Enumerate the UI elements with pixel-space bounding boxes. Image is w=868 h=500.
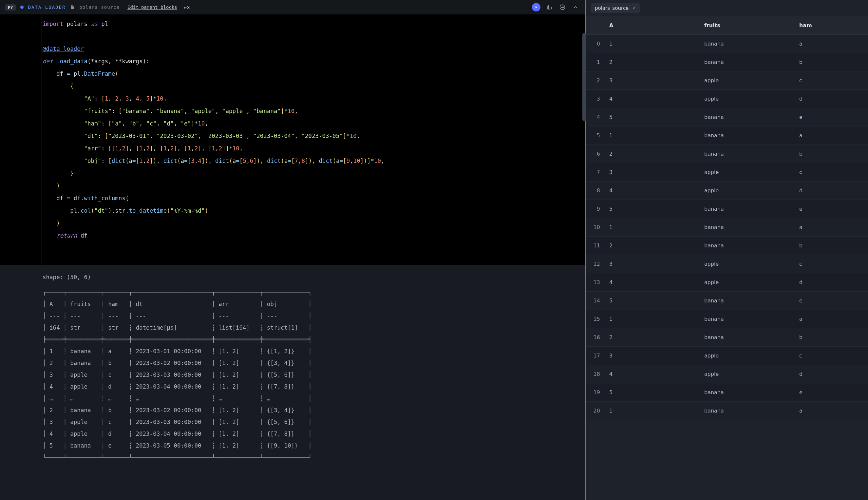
cell-fruits: banana <box>699 145 795 163</box>
code-editor[interactable]: import polars as pl @data_loader def loa… <box>0 14 585 265</box>
chevron-up-button[interactable] <box>571 3 580 11</box>
language-badge: PY <box>5 4 16 11</box>
cell-fruits: apple <box>699 346 795 365</box>
row-index: 8 <box>586 182 605 200</box>
cell-A: 4 <box>605 273 699 291</box>
table-row[interactable]: 51bananaa <box>586 126 868 145</box>
chart-button[interactable] <box>545 3 554 11</box>
row-index: 15 <box>586 310 605 328</box>
cell-ham: c <box>795 71 868 89</box>
cell-fruits: banana <box>699 35 795 53</box>
edit-parent-link[interactable]: Edit parent blocks <box>127 4 177 10</box>
cell-A: 4 <box>605 365 699 383</box>
table-row[interactable]: 195bananae <box>586 383 868 402</box>
cell-A: 2 <box>605 237 699 254</box>
table-row[interactable]: 112bananab <box>586 237 868 255</box>
row-index: 9 <box>586 200 605 218</box>
cell-A: 1 <box>605 218 699 236</box>
preview-tab[interactable]: polars_source <box>591 3 640 13</box>
cell-A: 5 <box>605 200 699 218</box>
chevron-up-icon <box>572 4 578 10</box>
table-row[interactable]: 01bananaa <box>586 35 868 53</box>
table-row[interactable]: 201bananaa <box>586 402 868 420</box>
table-row[interactable]: 45bananae <box>586 108 868 126</box>
code-content: import polars as pl @data_loader def loa… <box>0 14 585 242</box>
table-row[interactable]: 173applec <box>586 346 868 365</box>
preview-tab-label: polars_source <box>595 5 628 11</box>
svg-point-1 <box>561 7 562 8</box>
cell-A: 2 <box>605 328 699 346</box>
table-row[interactable]: 73applec <box>586 163 868 182</box>
more-button[interactable] <box>558 3 567 11</box>
cell-A: 2 <box>605 145 699 163</box>
row-index: 13 <box>586 273 605 291</box>
close-arrows-icon[interactable]: ←× <box>184 4 190 11</box>
table-row[interactable]: 123applec <box>586 255 868 273</box>
cell-ham: e <box>795 108 868 126</box>
cell-ham: c <box>795 163 868 181</box>
row-index: 17 <box>586 346 605 365</box>
preview-pane: polars_source A fruits ham 01bananaa12ba… <box>585 0 868 500</box>
row-index: 12 <box>586 255 605 273</box>
block-name: polars_source <box>79 4 119 10</box>
table-row[interactable]: 84appled <box>586 182 868 200</box>
col-header-A[interactable]: A <box>605 16 699 34</box>
cell-A: 5 <box>605 108 699 126</box>
cell-fruits: banana <box>699 108 795 126</box>
chart-icon <box>546 4 552 10</box>
row-index: 6 <box>586 145 605 163</box>
col-header-fruits[interactable]: fruits <box>699 16 795 34</box>
cell-ham: d <box>795 182 868 200</box>
row-index: 5 <box>586 126 605 145</box>
editor-scrollbar[interactable] <box>582 33 586 121</box>
more-horizontal-icon <box>559 4 566 11</box>
cell-fruits: banana <box>699 237 795 254</box>
table-row[interactable]: 145bananae <box>586 292 868 310</box>
output-panel: shape: (50, 6) ┌─────┬──────────┬───────… <box>0 265 585 500</box>
table-row[interactable]: 95bananae <box>586 200 868 218</box>
table-row[interactable]: 134appled <box>586 273 868 292</box>
cell-fruits: apple <box>699 255 795 273</box>
cell-fruits: banana <box>699 310 795 328</box>
index-header <box>586 16 605 34</box>
table-row[interactable]: 101bananaa <box>586 218 868 237</box>
cell-A: 3 <box>605 255 699 273</box>
run-button[interactable] <box>532 3 541 11</box>
cell-ham: b <box>795 145 868 163</box>
cell-A: 3 <box>605 346 699 365</box>
row-index: 1 <box>586 53 605 71</box>
cell-ham: e <box>795 200 868 218</box>
cell-fruits: banana <box>699 218 795 236</box>
cell-A: 1 <box>605 402 699 420</box>
cell-fruits: banana <box>699 53 795 71</box>
cell-ham: d <box>795 273 868 291</box>
cell-fruits: apple <box>699 90 795 108</box>
cell-ham: a <box>795 310 868 328</box>
cell-A: 3 <box>605 71 699 89</box>
cell-A: 1 <box>605 310 699 328</box>
table-row[interactable]: 62bananab <box>586 145 868 163</box>
cell-A: 5 <box>605 292 699 310</box>
cell-fruits: apple <box>699 273 795 291</box>
cell-A: 4 <box>605 90 699 108</box>
cell-fruits: banana <box>699 402 795 420</box>
cell-ham: c <box>795 255 868 273</box>
table-row[interactable]: 34appled <box>586 90 868 108</box>
editor-pane: PY DATA LOADER polars_source Edit parent… <box>0 0 585 500</box>
cell-ham: b <box>795 328 868 346</box>
file-icon <box>70 5 75 10</box>
table-row[interactable]: 151bananaa <box>586 310 868 328</box>
cell-ham: a <box>795 126 868 145</box>
cell-ham: d <box>795 90 868 108</box>
data-table[interactable]: A fruits ham 01bananaa12bananab23applec3… <box>586 16 868 500</box>
table-row[interactable]: 162bananab <box>586 328 868 346</box>
col-header-ham[interactable]: ham <box>795 16 868 34</box>
cell-fruits: apple <box>699 182 795 200</box>
table-row[interactable]: 23applec <box>586 71 868 90</box>
row-index: 10 <box>586 218 605 236</box>
table-row[interactable]: 184appled <box>586 365 868 383</box>
table-row[interactable]: 12bananab <box>586 53 868 71</box>
output-table: ┌─────┬──────────┬───────┬──────────────… <box>43 286 585 463</box>
close-icon[interactable] <box>632 6 636 10</box>
cell-fruits: banana <box>699 328 795 346</box>
